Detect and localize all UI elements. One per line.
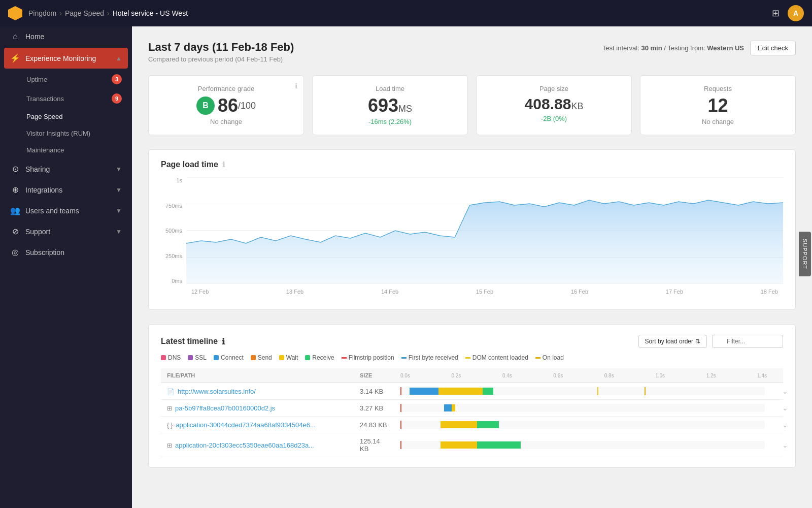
expand-row-button[interactable]: ⌄: [782, 421, 788, 429]
bar-cell: ⌄: [394, 400, 783, 417]
sort-button[interactable]: Sort by load order ⇅: [638, 335, 707, 348]
sidebar: ⌂ Home ⚡ Experience Monitoring ▲ Uptime …: [0, 26, 132, 508]
home-icon: ⌂: [10, 32, 20, 41]
col-file: FILE/PATH: [161, 368, 354, 383]
legend-wait: Wait: [279, 354, 298, 361]
expand-row-button[interactable]: ⌄: [782, 387, 788, 395]
grid-icon[interactable]: ⊞: [772, 8, 780, 19]
sidebar-item-uptime[interactable]: Uptime 3: [0, 70, 132, 89]
perf-suffix: /100: [238, 101, 256, 111]
expand-row-button[interactable]: ⌄: [782, 404, 788, 412]
sidebar-item-visitor[interactable]: Visitor Insights (RUM): [0, 125, 132, 142]
timeline-controls: Sort by load order ⇅: [638, 335, 783, 348]
load-title: Load time: [321, 85, 459, 92]
page-header-left: Last 7 days (11 Feb-18 Feb) Compared to …: [148, 41, 294, 63]
chart-x-labels: 12 Feb 13 Feb 14 Feb 15 Feb 16 Feb 17 Fe…: [186, 284, 783, 299]
legend-onload: On load: [535, 354, 564, 361]
support-icon: ⊘: [10, 227, 20, 236]
file-type-icon: { }: [167, 422, 173, 429]
timeline-header: Latest timeline ℹ Sort by load order ⇅: [161, 335, 783, 348]
size-cell: 3.27 KB: [354, 400, 394, 417]
file-type-icon: 📄: [167, 388, 175, 395]
filmstrip-line: [400, 404, 401, 412]
receive-color: [305, 355, 310, 360]
perf-title: Performance grade: [157, 85, 295, 92]
ssl-color: [188, 355, 193, 360]
chart-area: 1s 750ms 500ms 250ms 0ms: [161, 177, 783, 299]
chart-svg: [186, 177, 783, 284]
chevron-down-support: ▼: [116, 228, 122, 235]
sidebar-item-experience[interactable]: ⚡ Experience Monitoring ▲: [4, 48, 128, 69]
size-cell: 24.83 KB: [354, 417, 394, 433]
expand-row-button[interactable]: ⌄: [782, 441, 788, 449]
filter-input[interactable]: [712, 335, 783, 348]
perf-value: 86: [218, 97, 238, 115]
timeline-legend: DNS SSL Connect Send: [161, 354, 783, 361]
load-change: -16ms (2.26%): [321, 118, 459, 125]
timeline-table: FILE/PATH SIZE 0.0s 0.2s 0.4s 0.6s 0.8s …: [161, 368, 783, 457]
col-timescale: 0.0s 0.2s 0.4s 0.6s 0.8s 1.0s 1.2s 1.4s: [394, 368, 783, 383]
col-size: SIZE: [354, 368, 394, 383]
sidebar-item-sharing[interactable]: ⊙ Sharing ▼: [0, 158, 132, 179]
chart-info-icon[interactable]: ℹ: [222, 161, 225, 169]
sidebar-item-pagespeed[interactable]: Page Speed: [0, 108, 132, 125]
bar-segment: [438, 388, 482, 395]
timeline-info-icon[interactable]: ℹ: [222, 337, 225, 346]
compare-label: Compared to previous period (04 Feb-11 F…: [148, 55, 294, 63]
bar-segment: [452, 404, 455, 411]
sidebar-item-maintenance[interactable]: Maintenance: [0, 142, 132, 158]
sidebar-item-transactions[interactable]: Transactions 9: [0, 89, 132, 108]
support-tab[interactable]: SUPPORT: [799, 232, 811, 276]
breadcrumb-pingdom[interactable]: Pingdom: [28, 9, 56, 17]
table-row: 📄http://www.solarsuites.info/3.14 KB⌄: [161, 383, 783, 400]
requests-title: Requests: [649, 85, 787, 92]
page-title: Last 7 days (11 Feb-18 Feb): [148, 41, 294, 54]
file-path[interactable]: application-20cf303ecc5350eae60aa168d23a…: [175, 441, 314, 449]
sidebar-item-subscription[interactable]: ◎ Subscription: [0, 242, 132, 263]
send-color: [251, 355, 256, 360]
chart-y-labels: 1s 750ms 500ms 250ms 0ms: [161, 177, 186, 284]
logo-icon[interactable]: [8, 6, 22, 20]
onload-line: [535, 357, 540, 359]
table-row: ⊞application-20cf303ecc5350eae60aa168d23…: [161, 433, 783, 457]
file-cell: ⊞application-20cf303ecc5350eae60aa168d23…: [161, 433, 354, 457]
file-cell: 📄http://www.solarsuites.info/: [161, 383, 354, 400]
file-cell: { }application-30044cded7374aa68af933450…: [161, 417, 354, 433]
legend-domloaded: DOM content loaded: [465, 354, 528, 361]
bar-segment: [441, 421, 477, 428]
file-path[interactable]: application-30044cded7374aa68af9334504e6…: [176, 421, 315, 429]
sidebar-item-support[interactable]: ⊘ Support ▼: [0, 221, 132, 242]
chevron-up-icon: ▲: [116, 55, 122, 62]
file-path[interactable]: pa-5b97ffa8cea07b00160000d2.js: [175, 404, 275, 412]
dom-loaded-line: [597, 387, 598, 395]
sidebar-item-integrations[interactable]: ⊕ Integrations ▼: [0, 179, 132, 200]
file-path[interactable]: http://www.solarsuites.info/: [178, 388, 256, 395]
legend-filmstrip: Filmstrip position: [342, 354, 394, 361]
file-type-icon: ⊞: [167, 405, 172, 412]
perf-info-icon[interactable]: ℹ: [295, 82, 297, 90]
bar-cell: ⌄: [394, 417, 783, 433]
page-header-right: Test interval: 30 min / Testing from: We…: [602, 41, 796, 55]
filmstrip-line: [400, 441, 401, 449]
bar-segment: [477, 441, 521, 449]
topnav-right: ⊞ A: [772, 5, 804, 21]
size-cell: 125.14 KB: [354, 433, 394, 457]
requests-value: 12: [707, 95, 728, 116]
sidebar-item-home[interactable]: ⌂ Home: [0, 26, 132, 47]
size-title: Page size: [485, 85, 623, 92]
breadcrumb-pagespeed[interactable]: Page Speed: [65, 9, 104, 17]
timeline-title: Latest timeline ℹ: [161, 337, 225, 346]
filter-wrap: [712, 335, 783, 348]
edit-check-button[interactable]: Edit check: [750, 41, 796, 55]
firstbyte-line: [401, 357, 407, 359]
performance-grade-card: Performance grade ℹ B 86/100 No change: [148, 75, 304, 135]
transactions-badge: 9: [112, 93, 122, 104]
avatar[interactable]: A: [788, 5, 804, 21]
domloaded-line: [465, 357, 470, 359]
requests-change: No change: [649, 118, 787, 125]
legend-firstbyte: First byte received: [401, 354, 458, 361]
dns-color: [161, 355, 166, 360]
main-content: Last 7 days (11 Feb-18 Feb) Compared to …: [132, 26, 812, 508]
file-cell: ⊞pa-5b97ffa8cea07b00160000d2.js: [161, 400, 354, 417]
sidebar-item-users[interactable]: 👥 Users and teams ▼: [0, 200, 132, 221]
